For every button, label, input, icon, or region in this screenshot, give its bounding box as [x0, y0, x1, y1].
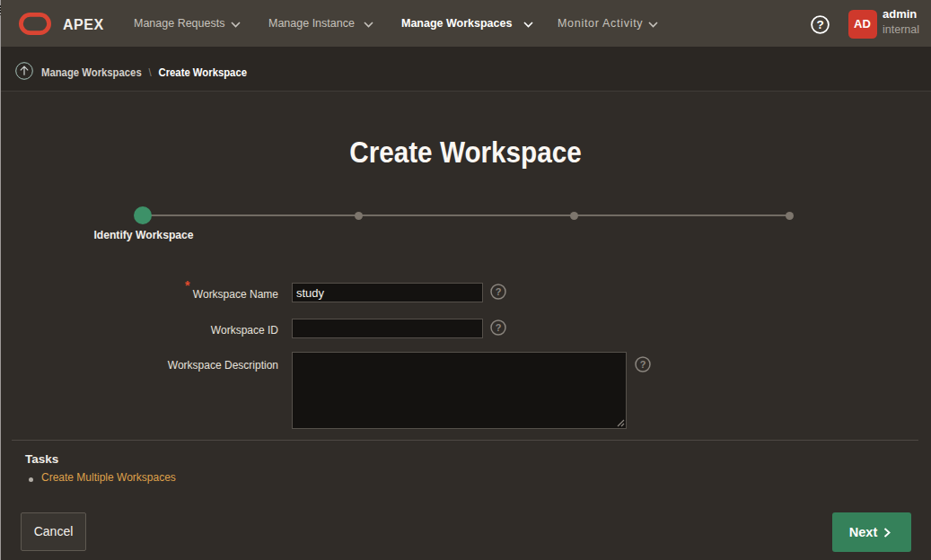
svg-text:?: ? [496, 286, 502, 297]
svg-text:?: ? [640, 359, 646, 370]
svg-text:?: ? [816, 18, 823, 31]
svg-text:?: ? [496, 322, 502, 333]
